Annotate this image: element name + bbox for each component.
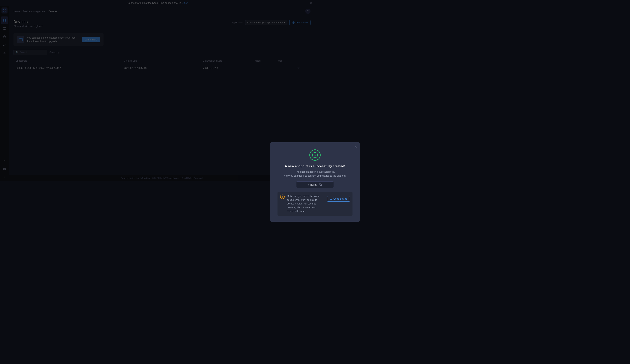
modal-subtitle: The endpoint token is also assigned. Now… xyxy=(278,170,315,178)
success-icon-wrapper xyxy=(309,149,315,161)
success-modal: ✕ A new endpoint is successfully created… xyxy=(270,142,315,182)
success-circle-icon xyxy=(310,149,315,161)
modal-subtitle-line1: The endpoint token is also assigned. xyxy=(295,170,315,173)
token-box: token1 xyxy=(296,182,315,182)
modal-subtitle-line2: Now you can use it to connect your devic… xyxy=(284,174,315,177)
modal-overlay: ✕ A new endpoint is successfully created… xyxy=(0,0,315,182)
checkmark-icon xyxy=(312,152,315,158)
modal-title: A new endpoint is successfully created! xyxy=(278,164,315,168)
